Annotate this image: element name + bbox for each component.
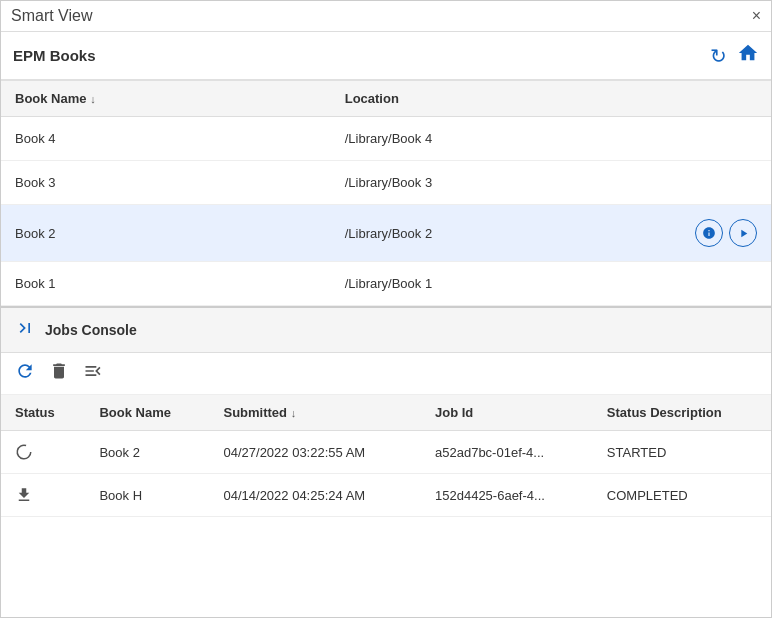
window-title: Smart View: [11, 7, 93, 25]
jobs-table-body: Book 2 04/27/2022 03:22:55 AM a52ad7bc-0…: [1, 431, 771, 517]
job-book-name-cell: Book 2: [85, 431, 209, 474]
job-status-cell: [1, 474, 85, 517]
table-row: Book 4 /Library/Book 4: [1, 117, 771, 161]
job-status-desc-cell: STARTED: [593, 431, 771, 474]
home-button[interactable]: [737, 42, 759, 69]
jobs-clear-button[interactable]: [83, 361, 103, 386]
table-row: Book H 04/14/2022 04:25:24 AM 152d4425-6…: [1, 474, 771, 517]
job-status-desc-cell: COMPLETED: [593, 474, 771, 517]
book-actions-cell: [681, 262, 771, 306]
col-book-name: Book Name ↓: [1, 81, 331, 117]
job-id-cell: a52ad7bc-01ef-4...: [421, 431, 593, 474]
books-section: Book Name ↓ Location Book 4 /Lib: [1, 81, 771, 308]
jobs-delete-button[interactable]: [49, 361, 69, 386]
jobs-scroll-area[interactable]: Status Book Name Submitted ↓ Job Id: [1, 395, 771, 617]
close-button[interactable]: ×: [752, 7, 761, 25]
books-scroll-area[interactable]: Book Name ↓ Location Book 4 /Lib: [1, 81, 771, 306]
jobs-table-header: Status Book Name Submitted ↓ Job Id: [1, 395, 771, 431]
col-status-desc: Status Description: [593, 395, 771, 431]
job-submitted-cell: 04/14/2022 04:25:24 AM: [209, 474, 421, 517]
jobs-table: Status Book Name Submitted ↓ Job Id: [1, 395, 771, 517]
book-location-cell: /Library/Book 2: [331, 205, 681, 262]
jobs-section: Jobs Console: [1, 308, 771, 617]
jobs-refresh-button[interactable]: [15, 361, 35, 386]
table-row: Book 1 /Library/Book 1: [1, 262, 771, 306]
table-row: Book 2 /Library/Book 2: [1, 205, 771, 262]
book-location-cell: /Library/Book 1: [331, 262, 681, 306]
title-bar: Smart View ×: [1, 1, 771, 32]
info-icon: [702, 226, 716, 240]
info-button[interactable]: [695, 219, 723, 247]
home-icon: [737, 42, 759, 64]
main-content: Book Name ↓ Location Book 4 /Lib: [1, 81, 771, 617]
book-location-cell: /Library/Book 3: [331, 161, 681, 205]
book-name-cell: Book 2: [1, 205, 331, 262]
book-actions-cell: [681, 117, 771, 161]
table-row: Book 3 /Library/Book 3: [1, 161, 771, 205]
app-header-title: EPM Books: [13, 47, 96, 64]
col-actions-placeholder: [681, 81, 771, 117]
row-actions: [695, 219, 757, 247]
book-actions-cell: [681, 161, 771, 205]
col-submitted: Submitted ↓: [209, 395, 421, 431]
books-table-body: Book 4 /Library/Book 4 Book 3 /Library/B…: [1, 117, 771, 306]
col-job-id: Job Id: [421, 395, 593, 431]
table-row: Book 2 04/27/2022 03:22:55 AM a52ad7bc-0…: [1, 431, 771, 474]
books-table-header: Book Name ↓ Location: [1, 81, 771, 117]
book-name-cell: Book 3: [1, 161, 331, 205]
col-book-name: Book Name: [85, 395, 209, 431]
col-location: Location: [331, 81, 681, 117]
job-status-cell: [1, 431, 85, 474]
refresh-button[interactable]: ↻: [710, 44, 727, 68]
book-name-cell: Book 4: [1, 117, 331, 161]
title-bar-left: Smart View: [11, 7, 93, 25]
books-table: Book Name ↓ Location Book 4 /Lib: [1, 81, 771, 306]
play-icon: [737, 227, 750, 240]
download-icon: [15, 486, 33, 504]
col-status: Status: [1, 395, 85, 431]
job-book-name-cell: Book H: [85, 474, 209, 517]
book-name-cell: Book 1: [1, 262, 331, 306]
job-submitted-cell: 04/27/2022 03:22:55 AM: [209, 431, 421, 474]
app-header: EPM Books ↻: [1, 32, 771, 81]
job-id-cell: 152d4425-6aef-4...: [421, 474, 593, 517]
jobs-header: Jobs Console: [1, 308, 771, 353]
jobs-console-title: Jobs Console: [45, 322, 137, 338]
book-location-cell: /Library/Book 4: [331, 117, 681, 161]
play-button[interactable]: [729, 219, 757, 247]
jobs-toolbar: [1, 353, 771, 395]
app-header-icons: ↻: [710, 42, 759, 69]
spinning-icon: [15, 443, 33, 461]
collapse-icon[interactable]: [15, 318, 35, 342]
book-actions-cell: [681, 205, 771, 262]
smart-view-window: Smart View × EPM Books ↻ B: [0, 0, 772, 618]
